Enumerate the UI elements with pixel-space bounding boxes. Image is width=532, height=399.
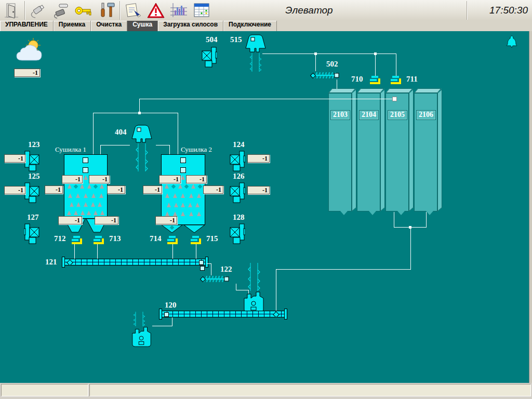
pipe-line xyxy=(93,113,94,154)
silo-2104[interactable]: 2104 xyxy=(357,88,386,213)
silo-front-face: 2105 xyxy=(385,93,409,211)
dryer2-burner-row xyxy=(163,211,203,216)
fan-125[interactable] xyxy=(24,182,39,203)
report-button[interactable] xyxy=(122,1,144,20)
status-bar xyxy=(0,383,532,399)
toolbar-separator xyxy=(467,1,467,20)
trends-icon xyxy=(169,2,188,19)
valve-711[interactable] xyxy=(390,76,403,84)
key-icon xyxy=(74,2,93,19)
trends-button[interactable] xyxy=(167,1,190,20)
sun-cloud-icon xyxy=(14,36,46,64)
valve-714-label: 714 xyxy=(150,234,162,243)
pipe-line xyxy=(396,54,396,76)
dryer2-temp-mid-right: -1 xyxy=(203,185,223,194)
fan-128-label: 128 xyxy=(233,213,245,222)
dryer1-burner-row xyxy=(68,202,103,207)
valve-715[interactable] xyxy=(190,236,203,244)
pipe-line xyxy=(375,54,376,76)
valve-712[interactable] xyxy=(71,236,84,244)
pipe-line xyxy=(172,244,173,259)
silo-side-face xyxy=(437,89,442,211)
dryer2-burner-row xyxy=(163,184,203,189)
pipe-line xyxy=(426,212,427,227)
silo-2105[interactable]: 2105 xyxy=(385,88,415,213)
key-button[interactable] xyxy=(72,1,95,20)
tab-priemka[interactable]: Приемка xyxy=(54,21,91,31)
conveyor-121-end-marker xyxy=(199,260,204,265)
fan-127-label: 127 xyxy=(27,213,39,222)
fan-123-value: -1 xyxy=(4,154,25,163)
dryer1-temp-mid-left: -1 xyxy=(45,185,63,194)
silo-2103[interactable]: 2103 xyxy=(328,88,357,213)
mimic-area: -1 504 515 502 710 711 2103 2104 2105 xyxy=(0,31,532,383)
exit-button[interactable] xyxy=(0,1,23,20)
valve-710[interactable] xyxy=(369,76,382,84)
toolbar-separator xyxy=(24,1,25,20)
tab-sushka[interactable]: Сушка xyxy=(127,21,158,31)
bell-icon[interactable] xyxy=(506,35,518,50)
conveyor-121-label: 121 xyxy=(45,258,57,267)
valve-713[interactable] xyxy=(92,236,106,244)
dryer2-hoppers xyxy=(161,225,205,234)
dryer1-title: Сушилка 1 xyxy=(55,145,86,154)
screw-conveyor-122[interactable] xyxy=(200,274,230,284)
conveyor-120[interactable] xyxy=(161,311,286,317)
fan-127[interactable] xyxy=(24,223,39,244)
silo-side-face xyxy=(352,89,356,211)
dryer1-temp-bottom-left: -1 xyxy=(58,216,82,224)
fan-124-label: 124 xyxy=(233,140,245,149)
bl-elevator-boot[interactable] xyxy=(130,325,154,348)
table-icon xyxy=(192,2,211,19)
screw-502-label: 502 xyxy=(326,60,338,69)
silo-front-face: 2103 xyxy=(328,93,352,211)
alarm-button[interactable] xyxy=(144,1,167,20)
fan-504-label: 504 xyxy=(206,35,218,44)
fan-504[interactable] xyxy=(202,47,217,68)
elevator-404-label: 404 xyxy=(115,128,127,137)
dryer1-temp-top-right: -1 xyxy=(89,175,110,183)
conveyor-120-right-cap xyxy=(284,309,287,320)
pipe-junction xyxy=(314,52,317,55)
dryer-sensor-square xyxy=(180,167,186,173)
fan-126[interactable] xyxy=(230,182,245,203)
fan-124[interactable] xyxy=(230,151,245,171)
fan-123[interactable] xyxy=(24,151,39,171)
exit-door-icon xyxy=(3,2,20,19)
dryer1-burner-row xyxy=(66,184,105,189)
tools-button[interactable] xyxy=(95,1,118,20)
bucket-elevator-515[interactable] xyxy=(242,33,269,53)
fan-126-value: -1 xyxy=(247,186,270,194)
report-icon xyxy=(124,2,142,19)
pipe-line xyxy=(178,113,178,154)
tab-upravlenie[interactable]: УПРАВЛЕНИЕ xyxy=(0,21,54,31)
fan-128[interactable] xyxy=(230,223,245,244)
pipe-line xyxy=(156,145,169,145)
valve-714[interactable] xyxy=(166,236,180,244)
clock: 17:50:30 xyxy=(471,5,528,16)
valve-712-label: 712 xyxy=(54,234,66,243)
silo-2106[interactable]: 2106 xyxy=(414,88,443,213)
tab-zagruzka-silosov[interactable]: Загрузка силосов xyxy=(158,21,223,31)
screw-conveyor-502[interactable] xyxy=(310,71,340,80)
tab-podklyuchenie[interactable]: Подключение xyxy=(223,21,277,31)
dryer-sensor-square xyxy=(83,167,88,173)
silo-label: 2106 xyxy=(416,110,436,120)
dryer2-burner-row xyxy=(165,203,201,207)
pipe-line xyxy=(172,317,172,326)
connector-button[interactable] xyxy=(49,1,72,20)
bucket-elevator-404[interactable] xyxy=(128,124,155,143)
conveyor-121[interactable] xyxy=(64,259,207,265)
mid-elevator-chain xyxy=(248,263,260,291)
valve-713-label: 713 xyxy=(109,234,121,243)
pipe-line xyxy=(100,145,130,145)
elevator-515-label: 515 xyxy=(230,35,242,44)
tab-ochistka[interactable]: Очистка xyxy=(91,21,127,31)
pipe-line xyxy=(410,227,411,269)
table-button[interactable] xyxy=(190,1,213,20)
dryer2-temp-top-right: -1 xyxy=(186,175,207,183)
pipe-line xyxy=(276,269,276,311)
tab-bar: УПРАВЛЕНИЕ Приемка Очистка Сушка Загрузк… xyxy=(0,21,532,32)
fan-126-label: 126 xyxy=(233,172,245,181)
cable-button[interactable] xyxy=(26,1,49,20)
